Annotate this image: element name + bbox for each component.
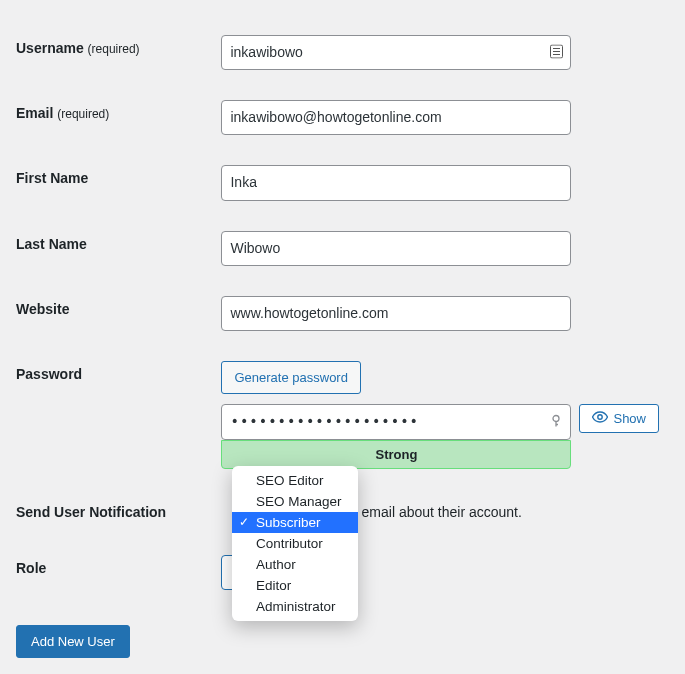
eye-icon (592, 411, 608, 426)
first-name-label: First Name (16, 150, 211, 215)
role-option[interactable]: Subscriber (232, 512, 358, 533)
key-icon (549, 414, 563, 431)
email-input[interactable] (221, 100, 571, 135)
send-notification-label: Send User Notification (16, 484, 211, 540)
add-new-user-button[interactable]: Add New User (16, 625, 130, 658)
role-option[interactable]: Author (232, 554, 358, 575)
website-input[interactable] (221, 296, 571, 331)
role-option[interactable]: Editor (232, 575, 358, 596)
role-option[interactable]: SEO Editor (232, 470, 358, 491)
role-label: Role (16, 540, 211, 605)
first-name-input[interactable] (221, 165, 571, 200)
role-option[interactable]: SEO Manager (232, 491, 358, 512)
role-option[interactable]: Contributor (232, 533, 358, 554)
password-input[interactable] (221, 404, 571, 439)
role-option[interactable]: Administrator (232, 596, 358, 617)
username-label: Username (required) (16, 20, 211, 85)
last-name-input[interactable] (221, 231, 571, 266)
keyboard-icon (550, 44, 563, 61)
email-label: Email (required) (16, 85, 211, 150)
role-dropdown[interactable]: SEO EditorSEO ManagerSubscriberContribut… (232, 466, 358, 621)
username-input[interactable] (221, 35, 571, 70)
svg-point-4 (553, 416, 559, 422)
last-name-label: Last Name (16, 216, 211, 281)
website-label: Website (16, 281, 211, 346)
svg-point-7 (598, 415, 602, 419)
password-strength-meter: Strong (221, 440, 571, 469)
generate-password-button[interactable]: Generate password (221, 361, 360, 395)
password-label: Password (16, 346, 211, 484)
show-password-button[interactable]: Show (579, 404, 659, 433)
